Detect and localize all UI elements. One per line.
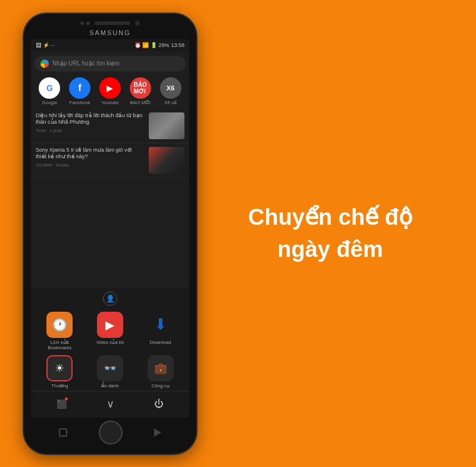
quick-links: G Google f Facebook ▶ Youtube BÁOMỚI BAO… [31,75,189,109]
news-card-1[interactable]: Diệu Nhi lấy lời đáp trả lời thách đấu t… [31,109,189,143]
thuong-icon: ☀ [46,355,73,381]
status-icons-right: ⏰ 📶 🔋 29% [134,42,170,48]
nav-tabs-icon[interactable]: ⬛ [54,396,69,412]
x6so-icon: X6 [160,77,181,99]
phone-btn-recent[interactable] [59,428,67,437]
profile-row: 👤 [31,292,189,309]
quick-link-x6so[interactable]: X6 X6 số [160,77,181,105]
status-left: 🖼 ⚡ ··· [36,42,55,48]
anonym-icon: 👓 [97,355,123,381]
news-img-inner-2 [149,147,184,174]
menu-item-video[interactable]: ▶ Video của tôi [89,312,131,350]
phone-dot-2 [86,21,90,25]
nav-menu-icon[interactable]: ∨ [102,396,118,412]
headline-line1: Chuyển chế độ [248,205,412,230]
quick-link-google[interactable]: G Google [39,77,60,105]
baomoi-label: BAO MỚI [130,100,151,105]
news-text-2: Sony Xperia 5 II sẽ làm mưa làm gió với … [36,147,144,168]
headline-line2: ngày đêm [277,237,383,262]
thuong-label: Thường [51,383,68,388]
video-icon: ▶ [97,312,123,338]
status-icons: 🖼 ⚡ ··· [36,42,55,48]
facebook-label: Facebook [70,100,90,105]
youtube-label: Youtube [101,100,118,105]
tools-label: Công cụ [151,383,169,388]
phone-btn-back[interactable] [154,428,161,437]
phone-dot-1 [80,21,84,25]
sun-icon: ☀ [55,362,64,375]
menu-row-2: ☀ Thường 👓 Ẩn danh 💼 [31,353,189,391]
bottom-nav: ⬛ ∨ ⏻ [31,391,189,415]
news-card-2[interactable]: Sony Xperia 5 II sẽ làm mưa làm gió với … [31,143,189,178]
google-label: Google [42,100,57,105]
phone-btn-home[interactable] [99,421,123,444]
youtube-icon: ▶ [99,77,121,99]
status-time: 13:58 [171,42,184,48]
phone-top-bar [31,21,189,26]
phone-dots [80,21,90,25]
video-label: Video của tôi [96,340,124,345]
x6so-label: X6 số [164,100,177,105]
news-meta-1: Timo · 1 phút [36,128,144,133]
download-icon: ⬇ [148,312,174,338]
profile-icon[interactable]: 👤 [103,292,117,306]
menu-item-download[interactable]: ⬇ Download [140,312,181,350]
phone-speaker [95,21,130,25]
download-label: Download [150,340,171,345]
quick-link-youtube[interactable]: ▶ Youtube [99,77,121,105]
menu-item-thuong[interactable]: ☀ Thường [39,355,80,388]
google-logo-icon [40,59,49,68]
nav-dot [65,397,68,400]
baomoi-icon: BÁOMỚI [130,77,151,99]
menu-item-tools[interactable]: 💼 Công cụ [140,355,181,388]
nav-power-icon[interactable]: ⏻ [151,396,167,412]
google-icon: G [39,77,60,99]
page-container: SAMSUNG 🖼 ⚡ ··· ⏰ 📶 🔋 29% 13:58 Nhập URL… [0,0,476,467]
history-label: Lịch sử&Bookmarks [48,340,71,350]
phone-screen: 🖼 ⚡ ··· ⏰ 📶 🔋 29% 13:58 Nhập URL hoặc tì… [31,39,189,418]
right-text-area: Chuyển chế độ ngày đêm [196,190,458,277]
menu-row-1: 🕐 Lịch sử&Bookmarks ▶ Video của tôi [31,309,189,353]
quick-link-baomoi[interactable]: BÁOMỚI BAO MỚI [130,77,151,105]
brand-name: SAMSUNG [31,29,189,36]
quick-link-facebook[interactable]: f Facebook [69,77,90,105]
url-placeholder: Nhập URL hoặc tìm kiếm [52,60,120,67]
headline: Chuyển chế độ ngày đêm [248,202,412,265]
status-bar: 🖼 ⚡ ··· ⏰ 📶 🔋 29% 13:58 [31,39,189,51]
menu-item-history[interactable]: 🕐 Lịch sử&Bookmarks [39,312,80,350]
tools-icon: 💼 [148,355,174,381]
news-text-1: Diệu Nhi lấy lời đáp trả lời thách đấu t… [36,112,144,133]
news-image-2 [149,147,184,174]
facebook-icon: f [69,77,90,99]
phone-shell: SAMSUNG 🖼 ⚡ ··· ⏰ 📶 🔋 29% 13:58 Nhập URL… [24,14,196,454]
menu-item-anonym[interactable]: 👓 Ẩn danh [89,355,131,388]
phone-bottom [31,418,189,447]
url-bar[interactable]: Nhập URL hoặc tìm kiếm [35,56,186,71]
news-image-1 [149,112,184,139]
news-area: Diệu Nhi lấy lời đáp trả lời thách đấu t… [31,109,189,288]
anonym-label: Ẩn danh [101,383,118,388]
bottom-menu: 👤 🕐 Lịch sử&Bookmarks ▶ [31,288,189,418]
news-meta-2: Vũ Minh · Mobile [36,162,144,168]
news-title-2: Sony Xperia 5 II sẽ làm mưa làm gió với … [36,147,144,161]
news-title-1: Diệu Nhi lấy lời đáp trả lời thách đấu t… [36,112,144,126]
news-img-inner-1 [149,112,184,139]
menu-grid: 🕐 Lịch sử&Bookmarks ▶ Video của tôi [31,309,189,391]
history-icon: 🕐 [46,312,73,338]
phone-camera [135,21,140,26]
status-right: ⏰ 📶 🔋 29% 13:58 [134,42,184,48]
